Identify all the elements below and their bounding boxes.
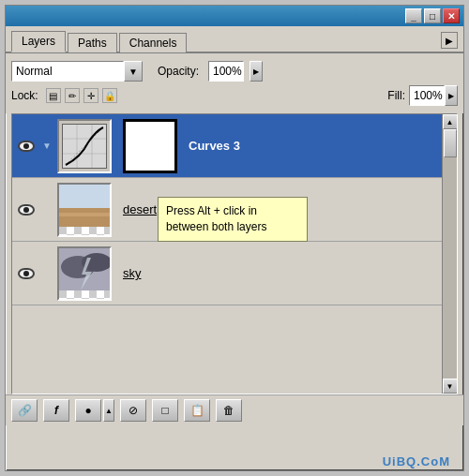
delete-layer-button[interactable]: 🗑: [216, 399, 242, 422]
svg-rect-15: [67, 234, 74, 237]
svg-rect-10: [59, 227, 112, 237]
scroll-up-button[interactable]: ▲: [443, 114, 458, 129]
layers-area: ▼ Curves: [11, 113, 458, 394]
maximize-button[interactable]: □: [424, 8, 441, 23]
new-group-button[interactable]: □: [152, 399, 178, 422]
eye-pupil-sky: [23, 271, 29, 276]
lock-label: Lock:: [11, 89, 38, 102]
tooltip-curves3: Press Alt + click in between both layers: [158, 197, 308, 242]
tab-channels[interactable]: Channels: [119, 33, 188, 52]
panel-content: Normal ▼ Opacity: 100% ▶ Lock: ▤ ✏ ✛ 🔒 F…: [6, 53, 463, 113]
minimize-button[interactable]: _: [405, 8, 422, 23]
blend-opacity-row: Normal ▼ Opacity: 100% ▶: [11, 61, 458, 82]
layer-name-desert: desert: [123, 202, 157, 216]
tab-arrow-button[interactable]: ▶: [441, 32, 458, 49]
eye-icon-sky: [18, 268, 35, 279]
svg-rect-9: [59, 213, 112, 216]
lock-fill-row: Lock: ▤ ✏ ✛ 🔒 Fill: 100% ▶: [11, 85, 458, 106]
fill-section: Fill: 100% ▶: [387, 85, 458, 106]
layer-row-sky[interactable]: sky: [12, 242, 457, 305]
layer-effects-button[interactable]: f: [43, 399, 69, 422]
new-fill-dropdown: ● ▲: [75, 399, 114, 422]
layers-panel: _ □ ✕ Layers Paths Channels ▶ Normal ▼ O…: [5, 5, 464, 471]
layer-visibility-sky[interactable]: [16, 263, 37, 284]
blend-mode-container: Normal ▼: [11, 61, 143, 82]
svg-rect-23: [59, 290, 67, 298]
svg-rect-27: [67, 298, 74, 301]
tab-layers[interactable]: Layers: [11, 31, 66, 52]
opacity-label: Opacity:: [158, 65, 199, 78]
blend-mode-select[interactable]: Normal: [11, 61, 124, 82]
layer-visibility-curves3[interactable]: [16, 136, 37, 156]
fill-arrow[interactable]: ▶: [445, 85, 458, 106]
layer-thumb-desert[interactable]: [57, 183, 112, 237]
svg-rect-25: [89, 290, 97, 298]
tabs-row: Layers Paths Channels ▶: [6, 26, 463, 53]
svg-rect-12: [74, 227, 82, 234]
svg-rect-11: [59, 227, 67, 234]
link-layers-button[interactable]: 🔗: [11, 399, 38, 422]
svg-rect-14: [104, 227, 112, 234]
sky-svg: [59, 248, 112, 301]
lock-paint-button[interactable]: ✏: [65, 88, 80, 103]
link-icon-curves3: ▼: [42, 141, 52, 151]
tab-paths[interactable]: Paths: [68, 33, 117, 52]
close-button[interactable]: ✕: [443, 8, 460, 23]
eye-icon-curves3: [18, 141, 35, 152]
layer-thumb-curves3[interactable]: [57, 119, 112, 173]
new-fill-arrow[interactable]: ▲: [103, 399, 114, 422]
new-mask-button[interactable]: ⊘: [120, 399, 146, 422]
layer-visibility-desert[interactable]: [16, 200, 37, 220]
scroll-down-button[interactable]: ▼: [443, 379, 458, 394]
svg-rect-7: [59, 185, 112, 208]
fill-value[interactable]: 100%: [409, 85, 445, 106]
watermark: UiBQ.CoM: [383, 454, 450, 469]
desert-svg: [59, 185, 112, 237]
layer-name-sky: sky: [123, 266, 142, 280]
layer-name-curves3: Curves 3: [189, 139, 240, 153]
eye-pupil-desert: [23, 207, 29, 213]
svg-rect-16: [82, 234, 89, 237]
link-col-curves3: ▼: [40, 141, 53, 151]
lock-transparency-button[interactable]: ▤: [46, 88, 61, 103]
opacity-arrow[interactable]: ▶: [250, 61, 263, 82]
layer-thumb-sky[interactable]: [57, 246, 112, 301]
scroll-thumb[interactable]: [444, 129, 457, 157]
title-bar: _ □ ✕: [6, 6, 463, 26]
svg-rect-8: [59, 208, 112, 227]
tooltip-text: Press Alt + click in between both layers: [166, 204, 266, 233]
bottom-toolbar: 🔗 f ● ▲ ⊘ □ 📋 🗑 UiBQ.CoM: [6, 394, 463, 425]
blend-mode-arrow[interactable]: ▼: [124, 61, 143, 82]
layer-mask-curves3[interactable]: [123, 119, 177, 173]
lock-move-button[interactable]: ✛: [83, 88, 98, 103]
svg-rect-26: [104, 290, 112, 298]
opacity-value[interactable]: 100%: [208, 61, 244, 82]
vertical-scrollbar[interactable]: ▲ ▼: [442, 114, 457, 394]
new-layer-button[interactable]: 📋: [184, 399, 210, 422]
eye-icon-desert: [18, 204, 35, 216]
svg-rect-29: [97, 298, 104, 301]
svg-rect-24: [74, 290, 82, 298]
curves-svg: [62, 124, 107, 169]
fill-label: Fill:: [387, 89, 405, 102]
layer-row-curves3[interactable]: ▼ Curves: [12, 114, 457, 178]
lock-all-button[interactable]: 🔒: [102, 88, 117, 103]
svg-rect-17: [97, 234, 104, 237]
svg-rect-13: [89, 227, 97, 234]
new-fill-button[interactable]: ●: [75, 399, 101, 422]
eye-pupil-curves3: [23, 143, 29, 149]
scroll-track: [443, 129, 457, 379]
svg-rect-22: [59, 290, 112, 301]
svg-rect-28: [82, 298, 89, 301]
